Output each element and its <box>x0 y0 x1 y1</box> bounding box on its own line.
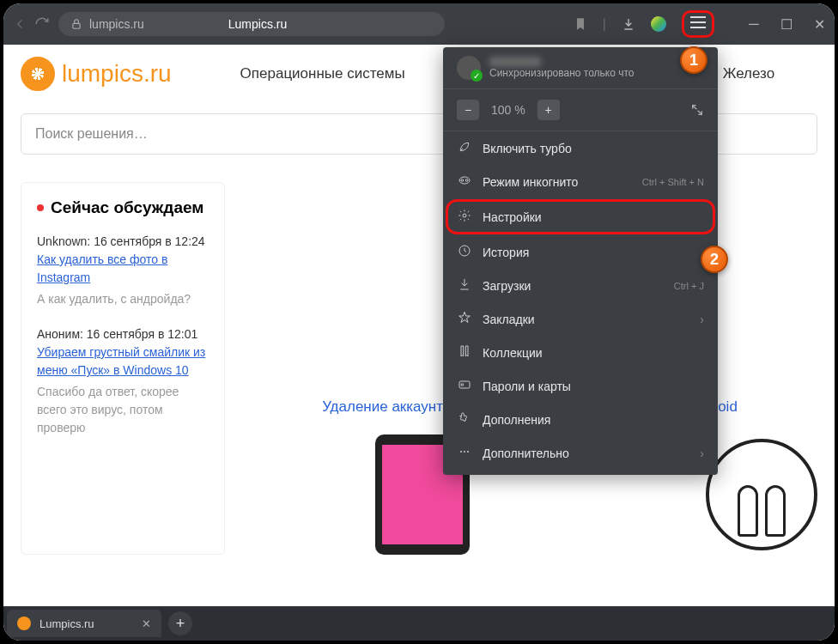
menu-item-more[interactable]: Дополнительно › <box>443 436 718 470</box>
chevron-right-icon: › <box>700 447 704 460</box>
lock-icon <box>70 18 82 30</box>
browser-tab[interactable]: Lumpics.ru ✕ <box>7 610 161 637</box>
menu-label: Закладки <box>483 313 535 326</box>
menu-item-bookmarks[interactable]: Закладки › <box>443 302 718 336</box>
url-text: lumpics.ru <box>89 17 144 31</box>
username-blurred <box>489 57 541 67</box>
menu-sync-section[interactable]: Синхронизировано только что ⌄ <box>443 47 718 89</box>
comment-item: Unknown: 16 сентября в 12:24 Как удалить… <box>37 233 209 308</box>
gear-icon <box>457 209 472 225</box>
sidebar-title: Сейчас обсуждаем <box>37 198 209 217</box>
key-icon <box>457 378 472 394</box>
menu-shortcut: Ctrl + Shift + N <box>642 177 704 187</box>
svg-point-4 <box>463 214 466 217</box>
address-bar[interactable]: lumpics.ru Lumpics.ru <box>58 12 445 36</box>
maximize-button[interactable]: ☐ <box>780 16 793 33</box>
collections-icon <box>457 344 472 361</box>
sidebar-discussions: Сейчас обсуждаем Unknown: 16 сентября в … <box>21 182 225 555</box>
tab-favicon <box>17 617 31 630</box>
nav-link-os[interactable]: Операционные системы <box>240 65 405 82</box>
comment-author: Unknown: <box>37 234 90 248</box>
back-icon[interactable] <box>12 16 27 32</box>
browser-titlebar: lumpics.ru Lumpics.ru | ─ ☐ ✕ <box>3 3 835 45</box>
menu-label: Режим инкогнито <box>483 175 578 189</box>
logo-text: lumpics.ru <box>62 60 172 88</box>
puzzle-icon <box>457 411 472 428</box>
tab-bar: Lumpics.ru ✕ + <box>3 606 835 641</box>
menu-item-collections[interactable]: Коллекции <box>443 336 718 369</box>
svg-point-10 <box>467 451 469 453</box>
menu-label: Дополнительно <box>483 447 569 460</box>
airpods-illustration <box>706 439 817 550</box>
menu-item-passwords[interactable]: Пароли и карты <box>443 369 718 403</box>
hamburger-menu-icon[interactable] <box>690 16 706 28</box>
zoom-in-button[interactable]: + <box>537 100 560 120</box>
menu-label: Загрузки <box>483 279 531 293</box>
tab-label: Lumpics.ru <box>39 617 94 630</box>
menu-zoom-section: − 100 % + <box>443 89 718 131</box>
chevron-right-icon: › <box>700 313 704 326</box>
menu-label: История <box>483 246 529 259</box>
menu-item-downloads[interactable]: Загрузки Ctrl + J <box>443 269 718 302</box>
clock-icon <box>457 244 472 260</box>
alice-icon[interactable] <box>651 16 666 32</box>
minimize-button[interactable]: ─ <box>747 16 761 33</box>
svg-point-2 <box>461 179 464 182</box>
menu-item-history[interactable]: История <box>443 235 718 269</box>
comment-body: Спасибо да ответ, скорее всего это вирус… <box>37 383 209 437</box>
comment-author: Аноним: <box>37 327 83 341</box>
browser-menu: Синхронизировано только что ⌄ − 100 % + … <box>443 47 718 475</box>
menu-item-settings[interactable]: Настройки <box>448 202 713 232</box>
svg-rect-0 <box>73 23 80 28</box>
separator: | <box>603 16 606 32</box>
avatar-icon <box>457 56 481 80</box>
hamburger-highlight <box>682 10 714 38</box>
page-title-text: Lumpics.ru <box>228 17 287 31</box>
comment-link[interactable]: Убираем грустный смайлик из меню «Пуск» … <box>37 345 205 377</box>
annotation-badge-1: 1 <box>680 46 707 74</box>
bookmark-flag-icon[interactable] <box>574 17 587 31</box>
svg-point-3 <box>465 179 468 182</box>
zoom-percent: 100 % <box>486 103 531 117</box>
svg-point-9 <box>464 451 465 453</box>
star-icon <box>457 311 472 327</box>
menu-label: Настройки <box>483 210 542 224</box>
close-window-button[interactable]: ✕ <box>812 16 826 33</box>
rocket-icon <box>457 140 472 156</box>
menu-label: Дополнения <box>483 413 550 427</box>
menu-label: Пароли и карты <box>483 380 571 393</box>
annotation-badge-2: 2 <box>701 246 728 273</box>
comment-body: А как удалить, с андройда? <box>37 290 209 308</box>
nav-link-hardware[interactable]: Железо <box>723 65 774 82</box>
svg-point-8 <box>460 451 462 453</box>
menu-item-turbo[interactable]: Включить турбо <box>443 131 718 165</box>
dots-icon <box>457 445 472 461</box>
menu-item-incognito[interactable]: Режим инкогнито Ctrl + Shift + N <box>443 165 718 198</box>
menu-label: Включить турбо <box>483 142 572 155</box>
menu-label: Коллекции <box>483 346 543 360</box>
reload-icon[interactable] <box>34 16 50 32</box>
comment-meta: 16 сентября в 12:01 <box>87 327 197 341</box>
logo-icon <box>21 57 55 91</box>
zoom-out-button[interactable]: − <box>457 100 479 120</box>
comment-link[interactable]: Как удалить все фото в Instagram <box>37 252 167 284</box>
comment-meta: 16 сентября в 12:24 <box>94 234 204 248</box>
sync-status: Синхронизировано только что <box>489 67 634 79</box>
fullscreen-icon[interactable] <box>690 103 704 117</box>
mask-icon <box>457 173 472 190</box>
download-icon[interactable] <box>622 17 635 31</box>
new-tab-button[interactable]: + <box>168 611 192 635</box>
menu-shortcut: Ctrl + J <box>674 281 704 291</box>
menu-item-addons[interactable]: Дополнения <box>443 403 718 436</box>
svg-point-7 <box>461 384 464 386</box>
tab-close-icon[interactable]: ✕ <box>142 617 151 630</box>
download-icon <box>457 277 472 294</box>
site-logo[interactable]: lumpics.ru <box>21 57 172 91</box>
comment-item: Аноним: 16 сентября в 12:01 Убираем грус… <box>37 325 209 437</box>
